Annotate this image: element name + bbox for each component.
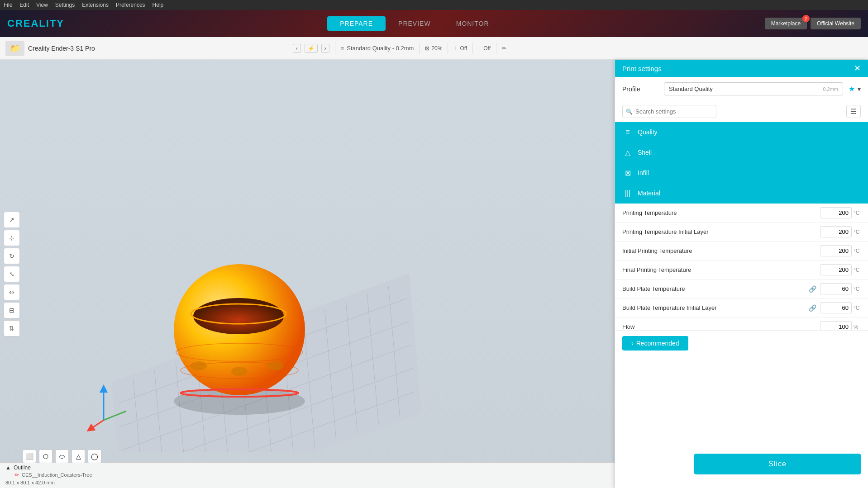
edit-item-icon: ✏	[14, 472, 19, 478]
bottom-shape-icons: ⬜ ⬡ ⬭ △ ◯	[23, 450, 101, 463]
build-plate-temp-input[interactable]	[820, 283, 852, 294]
support-setting[interactable]: ⊥ Off	[453, 45, 467, 52]
final-printing-temp-input[interactable]	[820, 264, 852, 275]
next-printer-button[interactable]: ›	[321, 44, 329, 53]
menu-help[interactable]: Help	[153, 2, 164, 8]
infill-setting[interactable]: ⊠ 20%	[425, 45, 442, 52]
outline-label: Outline	[14, 464, 31, 471]
close-print-settings-button[interactable]: ✕	[854, 64, 861, 72]
category-quality[interactable]: ≡ Quality	[615, 122, 868, 142]
recommended-label: Recommended	[636, 340, 679, 347]
recommended-chevron-icon: ‹	[631, 340, 634, 347]
3d-viewport[interactable]: ↗ ⊹ ↻ ⤡ ⇔ ⊟ ⇅	[0, 60, 615, 488]
setting-name-build-plate-temp-initial: Build Plate Temperature Initial Layer	[622, 304, 809, 311]
main-area: ↗ ⊹ ↻ ⤡ ⇔ ⊟ ⇅	[0, 60, 868, 488]
tool-select[interactable]: ↗	[4, 212, 20, 228]
menu-file[interactable]: File	[4, 2, 12, 8]
setting-value-build-plate-temp-initial: 🔗 °C	[809, 302, 861, 313]
left-tools: ↗ ⊹ ↻ ⤡ ⇔ ⊟ ⇅	[4, 212, 20, 336]
printing-temp-input[interactable]	[820, 207, 852, 218]
quality-label[interactable]: ≡ Standard Quality - 0.2mm	[341, 45, 414, 52]
divider3	[472, 43, 473, 54]
category-infill[interactable]: ⊠ Infill	[615, 163, 868, 183]
menu-edit[interactable]: Edit	[19, 2, 29, 8]
secondary-toolbar: 📁 Creality Ender-3 S1 Pro ‹ ⚡ › ≡ Standa…	[0, 37, 868, 60]
recommended-button[interactable]: ‹ Recommended	[622, 336, 688, 351]
initial-printing-temp-input[interactable]	[820, 245, 852, 256]
tool-rotate[interactable]: ↻	[4, 248, 20, 264]
divider	[419, 43, 420, 54]
print-settings-panel: Print settings ✕ Profile Standard Qualit…	[615, 60, 868, 488]
adhesion-setting[interactable]: ⟂ Off	[478, 45, 491, 52]
warning-button[interactable]: ⚡	[305, 44, 318, 53]
category-material-label: Material	[638, 190, 660, 197]
search-settings-input[interactable]	[622, 105, 716, 118]
link-icon-build-plate-initial[interactable]: 🔗	[809, 304, 816, 312]
setting-row-printing-temp-initial: Printing Temperature Initial Layer °C	[615, 223, 868, 242]
printing-temp-initial-input[interactable]	[820, 226, 852, 237]
setting-row-printing-temp: Printing Temperature °C	[615, 204, 868, 223]
shape-torus[interactable]: ◯	[88, 450, 101, 463]
top-toolbar: CREALITY PREPARE PREVIEW MONITOR Marketp…	[0, 10, 868, 37]
profile-label: Profile	[622, 85, 658, 93]
tool-support[interactable]: ⇅	[4, 320, 20, 336]
profile-select-dropdown[interactable]: Standard Quality 0.2mm	[664, 82, 843, 95]
shape-cylinder[interactable]: ⬭	[55, 450, 69, 463]
outline-item[interactable]: ✏ CES__Induction_Coasters-Tree	[5, 471, 609, 479]
build-plate-temp-unit: °C	[854, 286, 861, 292]
build-plate-temp-initial-input[interactable]	[820, 302, 852, 313]
setting-value-printing-temp: °C	[820, 207, 861, 218]
tool-layers[interactable]: ⊟	[4, 302, 20, 318]
printing-temp-initial-unit: °C	[854, 229, 861, 235]
menu-extensions[interactable]: Extensions	[82, 2, 109, 8]
flow-input[interactable]	[820, 321, 852, 330]
tool-mirror[interactable]: ⇔	[4, 284, 20, 300]
outline-header[interactable]: ▲ Outline	[5, 464, 609, 471]
menu-preferences[interactable]: Preferences	[116, 2, 145, 8]
setting-name-printing-temp: Printing Temperature	[622, 209, 820, 216]
settings-list: Printing Temperature °C Printing Tempera…	[615, 204, 868, 330]
category-material[interactable]: ||| Material	[615, 183, 868, 204]
shape-cube[interactable]: ⬜	[23, 450, 36, 463]
setting-value-final-printing-temp: °C	[820, 264, 861, 275]
tab-monitor[interactable]: MONITOR	[444, 16, 502, 31]
tool-move[interactable]: ⊹	[4, 230, 20, 246]
print-settings-header: Print settings ✕	[615, 60, 868, 77]
setting-row-flow: Flow %	[615, 317, 868, 330]
marketplace-badge: 2	[802, 15, 810, 22]
expand-icon: ▲	[5, 464, 11, 471]
setting-row-build-plate-temp: Build Plate Temperature 🔗 °C	[615, 280, 868, 298]
flow-unit: %	[854, 324, 861, 330]
tool-scale[interactable]: ⤡	[4, 266, 20, 282]
setting-name-final-printing-temp: Final Printing Temperature	[622, 266, 820, 273]
link-icon-build-plate[interactable]: 🔗	[809, 285, 816, 293]
setting-row-build-plate-temp-initial: Build Plate Temperature Initial Layer 🔗 …	[615, 298, 868, 317]
profile-hint: 0.2mm	[823, 86, 838, 92]
dimensions-label: 80.1 x 80.1 x 42.0 mm	[5, 479, 609, 486]
slice-container: Slice	[687, 454, 868, 474]
adhesion-icon: ⟂	[478, 45, 482, 52]
slice-button[interactable]: Slice	[694, 454, 861, 474]
tab-preview[interactable]: PREVIEW	[386, 16, 444, 31]
official-site-button[interactable]: Official Website	[811, 18, 861, 29]
setting-row-initial-printing-temp: Initial Printing Temperature °C	[615, 242, 868, 261]
shape-sphere[interactable]: ⬡	[39, 450, 52, 463]
tab-prepare[interactable]: PREPARE	[327, 16, 386, 31]
menu-view[interactable]: View	[36, 2, 48, 8]
folder-button[interactable]: 📁	[5, 41, 24, 56]
marketplace-button[interactable]: Marketplace 2	[765, 18, 807, 29]
profile-selected-text: Standard Quality	[669, 85, 819, 92]
setting-value-flow: %	[820, 321, 861, 330]
menu-settings[interactable]: Settings	[55, 2, 75, 8]
category-shell[interactable]: △ Shell	[615, 142, 868, 163]
setting-name-flow: Flow	[622, 323, 820, 330]
favorite-profile-button[interactable]: ★	[849, 85, 855, 93]
infill-cat-icon: ⊠	[622, 167, 633, 178]
setting-value-build-plate-temp: 🔗 °C	[809, 283, 861, 294]
prev-printer-button[interactable]: ‹	[293, 44, 301, 53]
expand-profile-button[interactable]: ▾	[858, 85, 861, 93]
printer-name: Creality Ender-3 S1 Pro	[28, 45, 289, 52]
shape-cone[interactable]: △	[72, 450, 85, 463]
settings-menu-button[interactable]: ☰	[846, 105, 861, 118]
edit-setting[interactable]: ✏	[502, 45, 506, 52]
